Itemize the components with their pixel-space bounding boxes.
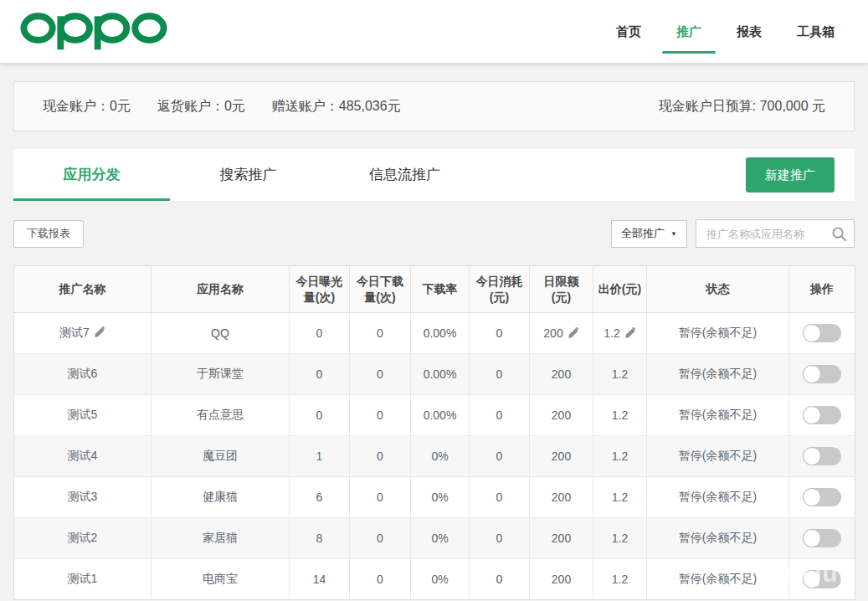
- impressions-cell-value: 1: [316, 449, 323, 463]
- table-row: 测试4魔豆团100%02001.2暂停(余额不足): [14, 436, 855, 477]
- downloads-cell: 0: [350, 518, 411, 559]
- toggle-cell: [789, 518, 855, 559]
- daily-limit-cell-value: 200: [552, 491, 571, 504]
- bid-cell: 1.2: [593, 354, 647, 395]
- bid-cell: 1.2: [593, 518, 647, 559]
- nav-item-reports[interactable]: 报表: [737, 0, 762, 63]
- tab-search-promotion[interactable]: 搜索推广: [170, 149, 326, 201]
- app-name-cell: 于斯课堂: [152, 354, 290, 395]
- promo-name-cell-value: 测试5: [68, 408, 98, 421]
- nav-item-promotion[interactable]: 推广: [676, 0, 701, 63]
- table-row: 测试7QQ000.00%02001.2暂停(余额不足): [14, 313, 855, 354]
- downloads-cell-value: 0: [377, 449, 383, 463]
- column-header: 下载率: [411, 266, 470, 313]
- cost-cell: 0: [470, 436, 530, 477]
- toggle-knob: [803, 365, 821, 383]
- bid-cell-value: 1.2: [612, 573, 628, 586]
- status-toggle[interactable]: [803, 324, 841, 342]
- download-report-button[interactable]: 下载报表: [13, 220, 84, 248]
- downloads-cell: 0: [350, 395, 411, 436]
- impressions-cell-value: 0: [316, 408, 323, 422]
- downloads-cell: 0: [350, 559, 411, 600]
- daily-limit-cell-value: 200: [552, 573, 571, 586]
- status-cell-value: 暂停(余额不足): [679, 572, 757, 585]
- edit-icon[interactable]: [624, 327, 636, 339]
- promo-name-cell: 测试3: [14, 477, 152, 518]
- nav-item-home[interactable]: 首页: [616, 0, 641, 63]
- oppo-logo-icon: [20, 13, 167, 50]
- status-toggle[interactable]: [803, 570, 841, 588]
- status-cell-value: 暂停(余额不足): [679, 490, 757, 503]
- daily-limit-cell: 200: [530, 477, 593, 518]
- toggle-knob: [803, 406, 821, 424]
- status-toggle[interactable]: [803, 447, 841, 465]
- download-rate-cell: 0%: [411, 436, 470, 477]
- impressions-cell: 14: [290, 559, 350, 600]
- download-rate-cell: 0.00%: [411, 354, 470, 395]
- app-name-cell: 电商宝: [152, 559, 290, 600]
- download-rate-cell-value: 0%: [431, 532, 448, 545]
- promotion-filter-select[interactable]: 全部推广 ▼: [611, 220, 687, 248]
- status-toggle[interactable]: [803, 529, 841, 547]
- download-rate-cell: 0.00%: [411, 395, 470, 436]
- downloads-cell: 0: [350, 436, 411, 477]
- cost-cell: 0: [470, 395, 530, 436]
- toggle-knob: [803, 529, 821, 547]
- bid-cell-value: 1.2: [612, 449, 628, 463]
- downloads-cell: 0: [350, 477, 411, 518]
- top-header: 首页 推广 报表 工具箱: [0, 0, 868, 63]
- promo-name-cell-value: 测试2: [68, 531, 98, 544]
- search-box: [696, 219, 855, 248]
- tabs-bar: 应用分发 搜索推广 信息流推广 新建推广: [13, 149, 855, 201]
- daily-budget: 现金账户日预算: 700,000 元: [659, 98, 825, 116]
- download-rate-cell: 0%: [411, 518, 470, 559]
- new-promotion-button[interactable]: 新建推广: [746, 157, 835, 193]
- tab-app-distribution[interactable]: 应用分发: [13, 149, 170, 201]
- toggle-cell: [789, 354, 855, 395]
- daily-limit-cell: 200: [530, 559, 593, 600]
- tab-feed-promotion[interactable]: 信息流推广: [326, 149, 483, 201]
- status-toggle[interactable]: [803, 488, 841, 506]
- table-row: 测试3健康猫600%02001.2暂停(余额不足): [14, 477, 855, 518]
- impressions-cell: 1: [290, 436, 350, 477]
- impressions-cell: 0: [290, 395, 350, 436]
- status-cell-value: 暂停(余额不足): [679, 531, 757, 544]
- status-cell: 暂停(余额不足): [647, 559, 789, 600]
- bid-cell: 1.2: [593, 559, 647, 600]
- edit-icon[interactable]: [94, 326, 105, 338]
- status-cell: 暂停(余额不足): [647, 518, 789, 559]
- status-toggle[interactable]: [803, 406, 841, 424]
- promo-name-cell: 测试7: [14, 313, 152, 354]
- bid-cell-value: 1.2: [612, 532, 628, 545]
- daily-limit-cell-value: 200: [552, 367, 571, 381]
- search-input[interactable]: [696, 220, 854, 247]
- app-name-cell: 魔豆团: [152, 436, 290, 477]
- daily-limit-cell: 200: [530, 518, 593, 559]
- status-cell-value: 暂停(余额不足): [679, 449, 757, 462]
- app-name-cell-value: 健康猫: [203, 490, 238, 503]
- account-bar: 现金账户：0元 返货账户：0元 赠送账户：485,036元 现金账户日预算: 7…: [13, 81, 855, 131]
- nav-item-toolbox[interactable]: 工具箱: [797, 0, 835, 63]
- status-cell: 暂停(余额不足): [647, 313, 789, 354]
- edit-icon[interactable]: [568, 327, 579, 339]
- toggle-cell: [789, 436, 855, 477]
- impressions-cell-value: 0: [316, 326, 323, 340]
- toggle-knob: [803, 488, 821, 506]
- impressions-cell-value: 8: [316, 532, 323, 545]
- bid-cell: 1.2: [593, 477, 647, 518]
- status-toggle[interactable]: [803, 365, 841, 383]
- column-header: 日限额(元): [530, 266, 593, 313]
- app-name-cell: 健康猫: [152, 477, 290, 518]
- table-row: 测试6于斯课堂000.00%02001.2暂停(余额不足): [14, 354, 855, 395]
- downloads-cell: 0: [350, 313, 411, 354]
- toggle-cell: [789, 313, 855, 354]
- downloads-cell-value: 0: [377, 491, 383, 504]
- promo-name-cell-value: 测试4: [68, 449, 98, 462]
- promo-name-cell-value: 测试3: [68, 490, 98, 503]
- bid-cell-value: 1.2: [612, 367, 628, 381]
- search-icon[interactable]: [831, 226, 847, 242]
- toggle-cell: [789, 559, 855, 600]
- impressions-cell: 6: [290, 477, 350, 518]
- app-name-cell-value: 于斯课堂: [197, 367, 244, 380]
- promo-name-cell: 测试5: [14, 395, 152, 436]
